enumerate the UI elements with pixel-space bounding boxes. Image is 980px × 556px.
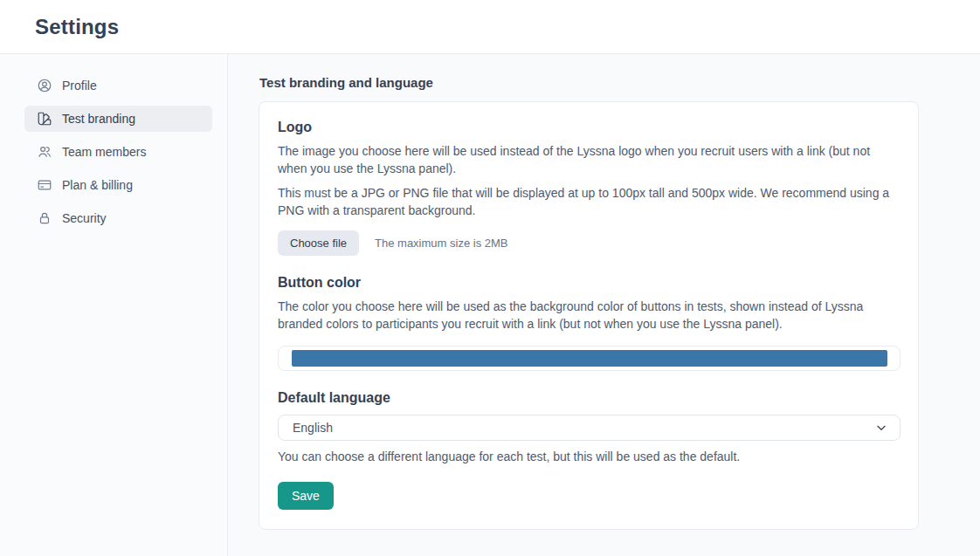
logo-description-2: This must be a JPG or PNG file that will… (278, 185, 900, 219)
sidebar-item-plan-billing[interactable]: Plan & billing (24, 172, 212, 198)
default-language-select[interactable]: English (278, 415, 901, 441)
sidebar-item-label: Security (62, 211, 107, 225)
page-title: Settings (35, 15, 119, 39)
sidebar-item-test-branding[interactable]: Test branding (24, 106, 212, 132)
logo-upload-row: Choose file The maximum size is 2MB (278, 230, 900, 256)
sidebar-item-security[interactable]: Security (24, 205, 212, 231)
main-content: Test branding and language Logo The imag… (228, 54, 980, 556)
max-size-note: The maximum size is 2MB (375, 237, 507, 250)
app-header: Settings (0, 0, 980, 54)
user-circle-icon (37, 78, 52, 93)
logo-heading: Logo (278, 120, 900, 135)
logo-description-1: The image you choose here will be used i… (278, 143, 900, 177)
branding-card: Logo The image you choose here will be u… (259, 101, 919, 530)
default-language-heading: Default language (278, 390, 900, 406)
choose-file-button[interactable]: Choose file (278, 230, 359, 256)
users-icon (37, 144, 52, 160)
lock-icon (37, 210, 52, 226)
sidebar-item-profile[interactable]: Profile (24, 72, 212, 99)
settings-sidebar: Profile Test branding Team members Plan … (0, 54, 228, 556)
button-color-description: The color you choose here will be used a… (278, 299, 900, 333)
layout: Profile Test branding Team members Plan … (0, 54, 980, 556)
section-title: Test branding and language (259, 75, 950, 90)
language-helper-text: You can choose a different language for … (278, 449, 900, 466)
sidebar-item-label: Test branding (62, 112, 135, 126)
chevron-down-icon (874, 421, 888, 435)
sidebar-item-label: Plan & billing (62, 178, 133, 192)
credit-card-icon (37, 177, 52, 193)
sidebar-item-label: Team members (62, 145, 146, 159)
sidebar-item-label: Profile (62, 79, 97, 93)
button-color-swatch (292, 350, 887, 367)
save-button[interactable]: Save (278, 482, 334, 510)
button-color-input[interactable] (278, 346, 901, 371)
sidebar-item-team-members[interactable]: Team members (24, 139, 212, 165)
button-color-heading: Button color (278, 275, 900, 291)
swatch-icon (37, 111, 52, 127)
selected-language-value: English (293, 421, 874, 435)
